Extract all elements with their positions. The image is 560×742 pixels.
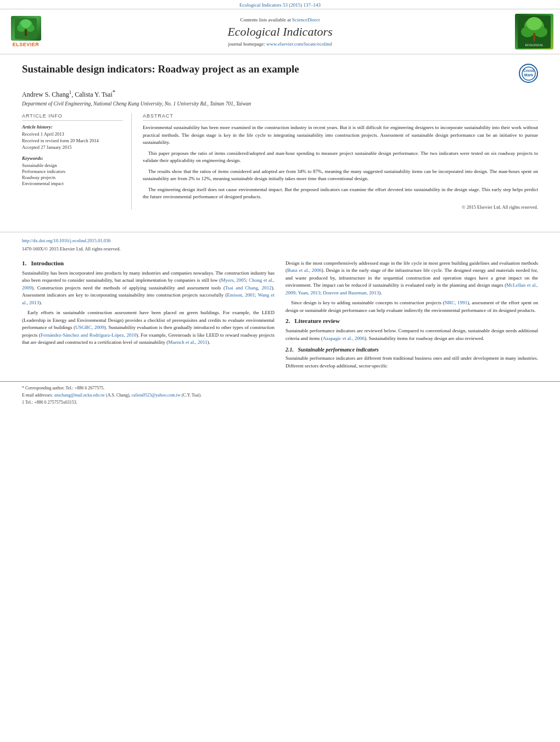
- issn-line: 1470-160X/© 2015 Elsevier Ltd. All right…: [0, 246, 560, 252]
- crossmark-badge: Cross Mark: [519, 64, 538, 83]
- article-info-label: ARTICLE INFO: [22, 113, 123, 121]
- subsection-1-text: Sustainable performance indicators are d…: [285, 355, 538, 370]
- svg-text:Mark: Mark: [524, 73, 533, 77]
- doi-link[interactable]: http://dx.doi.org/10.1016/j.ecolind.2015…: [22, 238, 111, 243]
- keywords-label: Keywords:: [22, 155, 123, 161]
- body-left-col: 1. Introduction Sustainability has been …: [22, 260, 275, 373]
- footnotes-section: * Corresponding author. Tel.: +886 6 267…: [0, 381, 560, 410]
- intro-right-p2: Since design is key to adding sustainabl…: [285, 299, 538, 314]
- footnote-star: * Corresponding author. Tel.: +886 6 267…: [22, 385, 538, 391]
- affiliation-text: Department of Civil Engineering, Nationa…: [22, 101, 538, 107]
- article-body: 1. Introduction Sustainability has been …: [0, 257, 560, 376]
- ref-tsai-chang[interactable]: Tsai and Chang, 2012: [225, 285, 272, 291]
- abstract-copyright: © 2015 Elsevier Ltd. All rights reserved…: [143, 204, 538, 210]
- accepted-date: Accepted 27 January 2015: [22, 144, 123, 150]
- ref-emison[interactable]: Emison, 2001; Wang et al., 2013: [22, 292, 275, 305]
- abstract-text: Environmental sustainability has been mo…: [143, 124, 538, 201]
- journal-homepage-line: journal homepage: www.elsevier.com/locat…: [51, 41, 509, 47]
- authors-line: Andrew S. Chang1, Calista Y. Tsai*: [22, 88, 538, 99]
- doi-section: http://dx.doi.org/10.1016/j.ecolind.2015…: [0, 238, 560, 243]
- article-title-block: Sustainable design indicators: Roadway p…: [22, 63, 538, 83]
- abstract-label: ABSTRACT: [143, 113, 538, 121]
- svg-point-10: [527, 17, 542, 30]
- ref-muench[interactable]: Muench et al., 2011: [168, 339, 207, 345]
- body-right-col: Design is the most comprehensively addre…: [285, 260, 538, 373]
- journal-title: Ecological Indicators: [51, 25, 509, 39]
- author1-name: Andrew S. Chang: [22, 91, 69, 98]
- elsevier-logo: ELSEVIER: [7, 16, 45, 47]
- intro-right-text: Design is the most comprehensively addre…: [285, 260, 538, 315]
- lit-review-text: Sustainable performance indicators are r…: [285, 327, 538, 342]
- ref-bunz[interactable]: Bunz et al., 2006: [287, 267, 322, 273]
- svg-text:Cross: Cross: [523, 69, 534, 72]
- abstract-p4: The engineering design itself does not c…: [143, 186, 538, 201]
- svg-text:ECOLOGICAL: ECOLOGICAL: [525, 43, 544, 47]
- ecological-indicators-logo: ECOLOGICAL: [515, 14, 553, 49]
- journal-citation-banner: Ecological Indicators 53 (2015) 137–143: [0, 0, 560, 9]
- intro-p1: Sustainability has been incorporated int…: [22, 270, 275, 307]
- keyword-1: Sustainable design: [22, 163, 123, 168]
- keyword-4: Environmental impact: [22, 181, 123, 186]
- subsection-1-p1: Sustainable performance indicators are d…: [285, 355, 538, 370]
- subsection-1-heading: 2.1. Sustainable performance indicators: [285, 347, 538, 353]
- elsevier-tree-image: [11, 16, 41, 41]
- svg-point-5: [21, 19, 31, 28]
- svg-rect-11: [533, 33, 535, 41]
- intro-p2: Early efforts in sustainable constructio…: [22, 309, 275, 347]
- article-info-abstract-layout: ARTICLE INFO Article history: Received 1…: [22, 113, 538, 210]
- article-content: Sustainable design indicators: Roadway p…: [0, 54, 560, 226]
- footnote-emails: E-mail addresses: anschang@mail.ncku.edu…: [22, 392, 538, 398]
- author2-superscript: *: [113, 88, 116, 95]
- contents-available-line: Contents lists available at ScienceDirec…: [51, 17, 509, 23]
- abstract-p3: The results show that the ratios of item…: [143, 168, 538, 183]
- history-label: Article history:: [22, 124, 123, 130]
- article-title-text: Sustainable design indicators: Roadway p…: [22, 63, 513, 76]
- ref-mclellan[interactable]: McLellan et al., 2009; Yuan, 2013; Douve…: [285, 282, 538, 295]
- ref-fernandez[interactable]: Fernández-Sánchez and Rodríguez-López, 2…: [41, 332, 136, 338]
- article-info-column: ARTICLE INFO Article history: Received 1…: [22, 113, 132, 210]
- keyword-3: Roadway projects: [22, 175, 123, 180]
- ref-nrc[interactable]: NRC, 1991: [445, 300, 468, 305]
- lit-review-heading: 2. Literature review: [285, 317, 538, 324]
- journal-homepage-link[interactable]: www.elsevier.com/locate/ecolind: [266, 41, 332, 47]
- banner-text: Ecological Indicators 53 (2015) 137–143: [239, 2, 321, 8]
- author2-name: , Calista Y. Tsai: [71, 91, 113, 98]
- lit-review-p1: Sustainable performance indicators are r…: [285, 327, 538, 342]
- journal-center-info: Contents lists available at ScienceDirec…: [51, 17, 509, 47]
- footnote-tel: 1 Tel.: +886 6 2757575x63153.: [22, 399, 538, 405]
- abstract-p2: This paper proposes the ratio of items c…: [143, 150, 538, 165]
- body-two-column-layout: 1. Introduction Sustainability has been …: [22, 260, 538, 373]
- ref-usgbc[interactable]: USGBC, 2009: [75, 325, 104, 330]
- email-link-1[interactable]: anschang@mail.ncku.edu.tw: [54, 393, 105, 398]
- keyword-2: Performance indicators: [22, 169, 123, 174]
- received-date: Received 1 April 2013: [22, 131, 123, 137]
- sciencedirect-link[interactable]: ScienceDirect: [292, 17, 320, 23]
- intro-body-text: Sustainability has been incorporated int…: [22, 270, 275, 347]
- ref-azapagic[interactable]: Azapagic et al., 2006: [323, 336, 365, 341]
- revised-date: Received in revised form 20 March 2014: [22, 138, 123, 143]
- intro-right-p1: Design is the most comprehensively addre…: [285, 260, 538, 297]
- journal-header: ELSEVIER Contents lists available at Sci…: [0, 9, 560, 54]
- section-divider: [0, 232, 560, 232]
- svg-rect-4: [25, 29, 27, 36]
- abstract-column: ABSTRACT Environmental sustainability ha…: [143, 113, 538, 210]
- email-link-2[interactable]: calista0523@yahoo.com.tw: [132, 393, 181, 398]
- abstract-p1: Environmental sustainability has been mo…: [143, 124, 538, 147]
- keywords-section: Keywords: Sustainable design Performance…: [22, 155, 123, 186]
- intro-heading: 1. Introduction: [22, 260, 275, 266]
- elsevier-wordmark: ELSEVIER: [13, 42, 40, 47]
